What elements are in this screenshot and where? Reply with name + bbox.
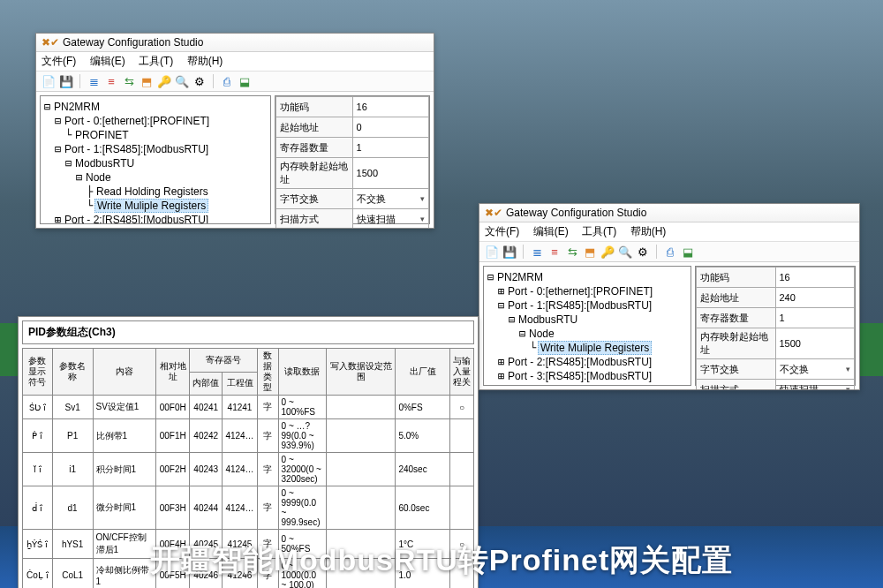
tree-root[interactable]: ⊟PN2MRM: [42, 100, 268, 114]
table-cell: 积分时间1: [93, 453, 156, 486]
tool-icon-6[interactable]: 🔍: [175, 74, 189, 88]
new-file-icon[interactable]: 📄: [42, 74, 56, 88]
menu-tool[interactable]: 工具(T): [582, 225, 616, 237]
titlebar[interactable]: ✖✔ Gateway Configuration Studio: [479, 204, 859, 222]
prop-value[interactable]: 1500: [352, 158, 428, 189]
th-name: 参数名称: [52, 349, 93, 396]
menu-help[interactable]: 帮助(H): [187, 55, 223, 67]
dropdown-arrow-icon[interactable]: ▾: [420, 215, 425, 223]
table-row[interactable]: Ṗ ḯP1比例带100F1H402424124…字0 ~ …?99(0.0 ~ …: [23, 419, 474, 453]
dropdown-arrow-icon[interactable]: ▾: [420, 194, 425, 203]
table-cell: ḋ ḯ: [23, 486, 53, 530]
prop-key: 内存映射起始地址: [276, 158, 352, 189]
tree-profinet[interactable]: └PROFINET: [42, 128, 268, 142]
th-inrel: 与输入量程关: [449, 349, 473, 396]
table-row[interactable]: ĭ ḯi1积分时间100F2H402434124…字0 ~ 32000(0 ~ …: [23, 453, 474, 486]
tool-icon-3[interactable]: ⇆: [122, 74, 136, 88]
menu-help[interactable]: 帮助(H): [630, 225, 667, 237]
tree-root[interactable]: ⊟PN2MRM: [486, 270, 689, 284]
new-file-icon[interactable]: 📄: [485, 245, 499, 259]
tree-pane: ⊟PN2MRM ⊞Port - 0:[ethernet]:[PROFINET] …: [483, 266, 691, 386]
prop-key: 扫描方式: [697, 380, 776, 390]
table-cell: 5.0%: [396, 419, 449, 453]
th-content: 内容: [93, 349, 156, 396]
tool-icon-1[interactable]: ≣: [87, 74, 101, 88]
tree-port0[interactable]: ⊟Port - 0:[ethernet]:[PROFINET]: [42, 114, 268, 128]
th-reg: 寄存器号: [190, 349, 258, 373]
save-icon[interactable]: 💾: [502, 245, 517, 259]
table-cell: [449, 419, 473, 453]
tree-write-multiple[interactable]: └Write Muliple Registers: [486, 341, 689, 355]
prop-value[interactable]: 1: [352, 138, 428, 158]
menu-file[interactable]: 文件(F): [42, 55, 76, 67]
tree-node[interactable]: ⊟Node: [42, 170, 268, 185]
menu-tool[interactable]: 工具(T): [139, 55, 173, 67]
tree-write-multiple[interactable]: └Write Muliple Registers: [42, 199, 268, 213]
table-cell: [449, 486, 473, 530]
prop-value[interactable]: 240: [775, 288, 855, 308]
save-icon[interactable]: 💾: [59, 74, 73, 88]
table-cell: [327, 419, 396, 453]
table-row[interactable]: ṠƲ ḯSv1SV设定值100F0H4024141241字0 ~ 100%FS0…: [23, 396, 474, 419]
prop-value[interactable]: 快速扫描▾: [775, 380, 855, 390]
tool-icon-9[interactable]: ⬓: [681, 245, 695, 259]
tool-icon-8[interactable]: ⎙: [220, 74, 234, 88]
tree-port1[interactable]: ⊟Port - 1:[RS485]:[ModbusRTU]: [42, 142, 268, 156]
tool-icon-5[interactable]: 🔑: [600, 245, 615, 259]
prop-key: 起始地址: [276, 117, 352, 138]
tree-modbusrtu[interactable]: ⊟ModbusRTU: [42, 156, 268, 170]
tool-icon-6[interactable]: 🔍: [618, 245, 632, 259]
table-cell: 4124…: [223, 453, 257, 486]
tool-icon-4[interactable]: ⬒: [140, 74, 154, 88]
tool-icon-5[interactable]: 🔑: [157, 74, 171, 88]
table-cell: [327, 486, 396, 530]
tool-icon-8[interactable]: ⎙: [663, 245, 677, 259]
dropdown-arrow-icon[interactable]: ▾: [846, 365, 850, 373]
table-cell: 40241: [190, 396, 223, 419]
table-cell: 0 ~ …?99(0.0 ~ 939.9%): [278, 419, 327, 453]
property-pane: 功能码16起始地址240寄存器数量1内存映射起始地址1500字节交换不交换▾扫描…: [695, 266, 856, 386]
tool-icon-3[interactable]: ⇆: [565, 245, 579, 259]
menu-edit[interactable]: 编辑(E): [533, 225, 569, 237]
table-cell: [327, 396, 396, 419]
prop-value[interactable]: 1500: [775, 328, 855, 359]
table-cell: 微分时间1: [93, 486, 156, 530]
prop-value[interactable]: 不交换▾: [352, 189, 428, 209]
tree-modbusrtu[interactable]: ⊟ModbusRTU: [486, 313, 689, 327]
tool-icon-9[interactable]: ⬓: [238, 74, 252, 88]
prop-value[interactable]: 1: [775, 308, 855, 328]
tree-read-holding[interactable]: ├Read Holding Registers: [42, 185, 268, 199]
prop-value[interactable]: 16: [775, 268, 855, 288]
tree-port1[interactable]: ⊟Port - 1:[RS485]:[ModbusRTU]: [486, 298, 689, 313]
dropdown-arrow-icon[interactable]: ▾: [846, 385, 850, 389]
tool-icon-4[interactable]: ⬒: [583, 245, 597, 259]
table-cell: 240sec: [396, 453, 449, 486]
tool-icon-1[interactable]: ≣: [530, 245, 544, 259]
tree-port2[interactable]: ⊞Port - 2:[RS485]:[ModbusRTU]: [42, 213, 268, 224]
prop-key: 字节交换: [697, 359, 776, 380]
prop-value[interactable]: 不交换▾: [775, 359, 855, 380]
th-read: 读取数据: [278, 349, 327, 396]
menu-file[interactable]: 文件(F): [485, 225, 519, 237]
prop-value[interactable]: 快速扫描▾: [352, 209, 428, 229]
table-cell: 字: [257, 419, 278, 453]
tree-port2[interactable]: ⊞Port - 2:[RS485]:[ModbusRTU]: [486, 355, 689, 369]
tool-icon-2[interactable]: ≡: [104, 74, 118, 88]
menu-edit[interactable]: 编辑(E): [90, 55, 125, 67]
table-cell: 0%FS: [396, 396, 449, 419]
prop-key: 扫描方式: [276, 209, 352, 229]
table-row[interactable]: ḋ ḯd1微分时间100F3H402444124…字0 ~ 9999(0.0 ~…: [23, 486, 474, 530]
gateway-config-window-1: ✖✔ Gateway Configuration Studio 文件(F) 编辑…: [35, 33, 434, 229]
tool-icon-2[interactable]: ≡: [547, 245, 562, 259]
table-cell: Ṗ ḯ: [23, 419, 53, 453]
prop-value[interactable]: 0: [352, 117, 428, 138]
titlebar[interactable]: ✖✔ Gateway Configuration Studio: [36, 34, 434, 52]
tree-port0[interactable]: ⊞Port - 0:[ethernet]:[PROFINET]: [486, 284, 689, 298]
tool-icon-7[interactable]: ⚙: [636, 245, 650, 259]
tool-icon-7[interactable]: ⚙: [192, 74, 207, 88]
prop-value[interactable]: 16: [352, 97, 428, 117]
app-title: Gateway Configuration Studio: [506, 207, 646, 219]
tree-node[interactable]: ⊟Node: [486, 327, 689, 341]
tree-port3[interactable]: ⊞Port - 3:[RS485]:[ModbusRTU]: [486, 369, 689, 383]
toolbar: 📄 💾 ≣ ≡ ⇆ ⬒ 🔑 🔍 ⚙ ⎙ ⬓: [36, 72, 434, 92]
